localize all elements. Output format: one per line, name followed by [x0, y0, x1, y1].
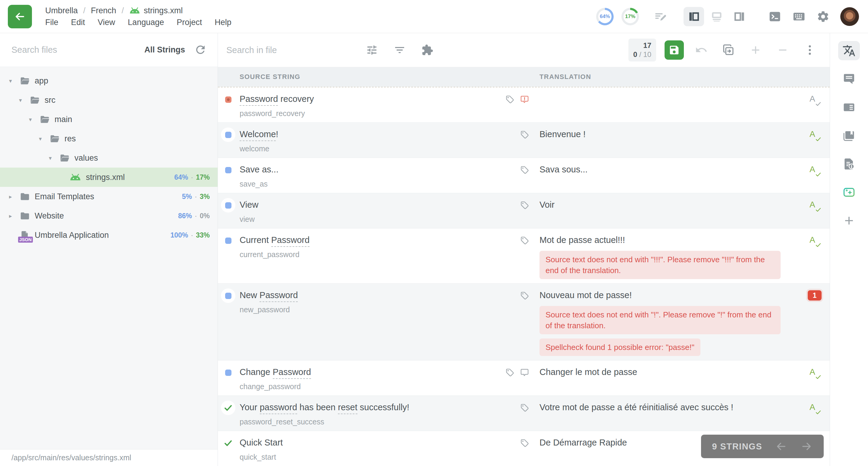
breadcrumb-project[interactable]: Umbrella	[45, 6, 78, 15]
translation-cell[interactable]: Voir	[539, 193, 800, 228]
tree-caret-icon[interactable]: ▾	[29, 116, 40, 123]
view-side-by-side-button[interactable]	[684, 7, 704, 26]
translation-cell[interactable]: Sava sous...	[539, 158, 800, 193]
tree-item-res[interactable]: ▾ res	[0, 129, 218, 148]
rail-translate-tab[interactable]	[838, 41, 860, 60]
tree-caret-icon[interactable]: ▾	[19, 97, 30, 104]
search-files-input[interactable]	[11, 45, 135, 55]
filter-button[interactable]	[393, 43, 407, 57]
zoom-out-button[interactable]	[776, 43, 789, 57]
issues-count-badge[interactable]: 1	[808, 290, 822, 301]
translation-cell[interactable]: Nouveau mot de passe! Source text does n…	[539, 284, 800, 360]
tree-item-main[interactable]: ▾ main	[0, 110, 218, 129]
string-row-password_reset_success[interactable]: Your password has been reset successfull…	[218, 396, 830, 431]
tag-icon[interactable]	[505, 95, 515, 104]
source-cell[interactable]: Your password has been reset successfull…	[240, 396, 497, 431]
string-row-view[interactable]: View view Voir A	[218, 193, 830, 228]
menu-help[interactable]: Help	[215, 18, 231, 27]
menu-project[interactable]: Project	[177, 18, 202, 27]
previous-page-button[interactable]	[775, 440, 787, 453]
string-row-current_password[interactable]: Current Password current_password Mot de…	[218, 228, 830, 284]
status-cell	[218, 193, 240, 228]
string-row-change_password[interactable]: Change Password change_password Changer …	[218, 361, 830, 396]
translation-cell[interactable]: Changer le mot de passe	[539, 361, 800, 396]
rail-context-tab[interactable]	[838, 154, 860, 174]
rail-comments-tab[interactable]	[838, 69, 860, 89]
breadcrumb-file[interactable]: strings.xml	[129, 6, 183, 15]
keyboard-shortcuts-button[interactable]	[792, 10, 806, 24]
tag-icon[interactable]	[505, 368, 515, 377]
tag-icon[interactable]	[520, 438, 529, 447]
minus-icon	[776, 44, 789, 56]
more-options-button[interactable]	[803, 43, 816, 57]
menu-file[interactable]: File	[45, 18, 59, 27]
rail-add-tab[interactable]	[838, 211, 860, 230]
source-cell[interactable]: New Password new_password	[240, 284, 497, 360]
tree-item-email-templates[interactable]: ▸ Email Templates 5% · 3%	[0, 187, 218, 206]
translation-cell[interactable]: Votre mot de passe a été réinitialisé av…	[539, 396, 800, 431]
tree-caret-icon[interactable]: ▾	[39, 135, 50, 142]
tag-icon[interactable]	[520, 291, 529, 300]
copy-source-button[interactable]	[722, 43, 735, 57]
source-cell[interactable]: View view	[240, 193, 497, 228]
source-cell[interactable]: Welcome! welcome	[240, 123, 497, 158]
tree-caret-icon[interactable]: ▾	[9, 77, 20, 84]
translation-cell[interactable]	[539, 87, 800, 122]
string-row-save_as[interactable]: Save as... save_as Sava sous... A	[218, 158, 830, 193]
settings-button[interactable]	[816, 10, 830, 24]
menu-view[interactable]: View	[98, 18, 115, 27]
file-progress: 86% · 0%	[178, 212, 210, 220]
source-cell[interactable]: Change Password change_password	[240, 361, 497, 396]
tree-caret-icon[interactable]: ▾	[49, 155, 60, 161]
tree-item-app[interactable]: ▾ app	[0, 71, 218, 90]
back-button[interactable]	[8, 5, 32, 28]
plugins-button[interactable]	[421, 43, 434, 57]
next-page-button[interactable]	[800, 440, 813, 453]
strings-scope-dropdown[interactable]: All Strings	[144, 45, 185, 55]
tree-item-src[interactable]: ▾ src	[0, 90, 218, 110]
string-row-welcome[interactable]: Welcome! welcome Bienvenue ! A	[218, 123, 830, 158]
source-column-header: SOURCE STRING	[240, 73, 497, 81]
tag-icon[interactable]	[520, 236, 529, 245]
tag-icon[interactable]	[520, 165, 529, 175]
tree-item-website[interactable]: ▸ Website 86% · 0%	[0, 206, 218, 225]
tag-icon[interactable]	[520, 200, 529, 210]
tag-icon[interactable]	[520, 403, 529, 412]
save-button[interactable]	[664, 40, 684, 60]
rail-ai-tab[interactable]	[838, 183, 860, 202]
source-cell[interactable]: Quick Start quick_start	[240, 431, 497, 466]
string-row-new_password[interactable]: New Password new_password Nouveau mot de…	[218, 284, 830, 361]
tag-icon[interactable]	[520, 130, 529, 139]
draft-edit-icon[interactable]	[653, 10, 667, 24]
tree-item-values[interactable]: ▾ values	[0, 148, 218, 167]
avatar[interactable]	[840, 7, 859, 26]
menu-edit[interactable]: Edit	[71, 18, 85, 27]
source-cell[interactable]: Save as... save_as	[240, 158, 497, 193]
console-button[interactable]	[768, 10, 782, 24]
translation-cell[interactable]: Bienvenue !	[539, 123, 800, 158]
view-top-bottom-button[interactable]	[707, 7, 727, 26]
tree-caret-icon[interactable]: ▸	[9, 193, 20, 200]
tree-item-strings-xml[interactable]: strings.xml 64% · 17%	[0, 167, 218, 187]
translation-cell[interactable]: Mot de passe actuel!!! Source text does …	[539, 228, 800, 283]
undo-button[interactable]	[695, 43, 708, 57]
breadcrumb-language[interactable]: French	[91, 6, 116, 15]
counter-current: 0	[633, 50, 637, 59]
tree-item-umbrella-application[interactable]: JSON Umbrella Application 100% · 33%	[0, 225, 218, 245]
advanced-filter-button[interactable]	[365, 43, 379, 57]
string-row-password_recovery[interactable]: Password recovery password_recovery A	[218, 87, 830, 123]
menu-language[interactable]: Language	[128, 18, 164, 27]
tree-caret-icon[interactable]: ▸	[9, 213, 20, 219]
zoom-in-button[interactable]	[749, 43, 762, 57]
translation-text: Nouveau mot de passe!	[539, 288, 787, 302]
view-right-panel-button[interactable]	[730, 7, 750, 26]
comment-alert-icon[interactable]	[520, 95, 529, 104]
comment-icon[interactable]	[520, 368, 529, 377]
rail-terms-tab[interactable]	[838, 98, 860, 117]
untranslated-status-icon	[225, 96, 231, 103]
refresh-button[interactable]	[194, 43, 207, 57]
rail-tm-tab[interactable]	[838, 126, 860, 145]
search-in-file-input[interactable]	[226, 45, 359, 55]
source-cell[interactable]: Current Password current_password	[240, 228, 497, 283]
source-cell[interactable]: Password recovery password_recovery	[240, 87, 497, 122]
